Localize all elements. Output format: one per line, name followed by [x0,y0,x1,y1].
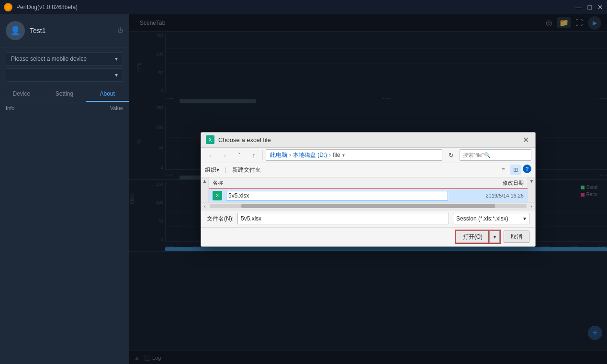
file-input-label: 文件名(N): [207,215,234,223]
search-box[interactable]: 搜索"file" 🔍 [460,149,531,161]
avatar: 👤 [6,21,25,40]
h-scroll-left-button[interactable]: ‹ [201,202,209,210]
file-type-value: Session (*.xls;*.xlsx) [456,215,508,222]
app-title: PerfDog(v1.0.8268beta) [16,4,78,11]
view-list-button[interactable]: ≡ [498,165,508,175]
file-list: 名称 修改日期 X 2019/5/14 16:26 [209,177,528,202]
file-input-area: 文件名(N): 5v5.xlsx Session (*.xls;*.xlsx) … [201,210,535,227]
open-button[interactable]: 打开(O) [456,231,489,243]
file-name-input[interactable] [226,191,448,200]
info-table-header: Info Value [0,102,129,114]
file-date: 2019/5/14 16:26 [452,193,524,199]
nav-up-button[interactable]: ↑ [248,149,259,161]
tab-setting[interactable]: Setting [43,87,86,102]
file-row-xlsx[interactable]: X 2019/5/14 16:26 [209,189,528,202]
info-col-label: Info [6,105,14,111]
cancel-button[interactable]: 取消 [504,231,529,243]
power-button[interactable]: ⏻ [117,27,123,34]
search-icon: 🔍 [484,152,491,158]
file-toolbar: 组织▾ | 新建文件夹 ≡ ⊞ ? [201,163,535,177]
view-details-button[interactable]: ⊞ [510,165,521,175]
chevron-down-icon: ▾ [115,55,118,62]
device-select-label: Please select a mobile device [11,55,87,62]
username: Test1 [30,27,45,34]
device-select[interactable]: Please select a mobile device ▾ [6,52,123,66]
h-scrollbar: ‹ › [201,202,535,210]
file-input-value: 5v5.xlsx [241,215,261,222]
nav-back-button[interactable]: ‹ [205,149,216,161]
nav-forward-button[interactable]: › [219,149,231,161]
main-area: SceneTab ◎ 📁 ⛶ ▶ FPS 150 100 50 0 [129,14,607,364]
h-scroll-track[interactable] [210,204,527,208]
app-logo [4,3,12,11]
search-placeholder: 搜索"file" [463,152,484,159]
breadcrumb-sep2: › [329,152,331,158]
sidebar: 👤 Test1 ⏻ Please select a mobile device … [0,14,129,364]
file-input-box[interactable]: 5v5.xlsx [237,213,449,224]
chevron-down-icon-2: ▾ [115,72,118,78]
minimize-button[interactable]: — [575,3,582,11]
excel-file-icon: X [213,191,222,200]
breadcrumb-folder: file [333,152,340,158]
window-controls: — □ ✕ [575,3,603,11]
breadcrumb-sep1: › [289,152,291,158]
refresh-button[interactable]: ↻ [445,149,457,161]
file-dialog: X Choose a excel file ✕ ‹ › ˅ ↑ 此电脑 › 本地… [201,132,536,247]
organize-button[interactable]: 组织▾ [205,166,219,174]
info-table: Info Value [0,102,129,364]
user-area: 👤 Test1 ⏻ [0,14,129,47]
file-type-select[interactable]: Session (*.xls;*.xlsx) ▾ [453,213,529,224]
h-scroll-right-button[interactable]: › [528,202,535,210]
value-col-label: Value [110,105,123,111]
col-name-header: 名称 [213,179,452,187]
title-bar: PerfDog(v1.0.8268beta) — □ ✕ [0,0,607,14]
tab-about[interactable]: About [86,87,129,102]
sub-device-select[interactable]: ▾ [6,68,123,82]
dialog-close-button[interactable]: ✕ [521,135,530,144]
help-button[interactable]: ? [523,165,531,173]
breadcrumb-computer[interactable]: 此电脑 [270,151,287,159]
toolbar-sep: | [225,166,226,173]
nav-bar: ‹ › ˅ ↑ 此电脑 › 本地磁盘 (D:) › file ▾ ↻ [201,148,535,163]
file-list-header: 名称 修改日期 [209,177,528,189]
close-button[interactable]: ✕ [597,3,603,11]
dialog-titlebar: X Choose a excel file ✕ [201,132,535,148]
tab-device[interactable]: Device [0,87,43,102]
dialog-overlay: X Choose a excel file ✕ ‹ › ˅ ↑ 此电脑 › 本地… [129,14,607,364]
nav-separator [262,150,263,160]
col-date-header: 修改日期 [452,179,524,187]
view-buttons: ≡ ⊞ ? [498,165,531,175]
breadcrumb: 此电脑 › 本地磁盘 (D:) › file ▾ [266,149,442,161]
dialog-icon: X [206,135,214,144]
breadcrumb-disk[interactable]: 本地磁盘 (D:) [293,151,327,159]
maximize-button[interactable]: □ [588,3,592,11]
dialog-title-text: Choose a excel file [218,136,271,143]
app-layout: 👤 Test1 ⏻ Please select a mobile device … [0,14,607,364]
h-scroll-thumb [241,204,495,208]
file-list-container: ▲ 名称 修改日期 X 2019/5/14 16:26 ▼ [201,177,535,202]
new-folder-button[interactable]: 新建文件夹 [232,166,261,174]
scroll-up-button[interactable]: ▲ [201,177,209,202]
nav-dropdown-button[interactable]: ˅ [234,149,245,161]
sidebar-tabs: Device Setting About [0,87,129,102]
scroll-right-button[interactable]: ▼ [528,177,535,202]
action-buttons: 打开(O) ▾ 取消 [201,227,535,246]
open-dropdown-button[interactable]: ▾ [489,231,500,243]
file-type-chevron: ▾ [523,215,526,222]
open-button-group: 打开(O) ▾ [456,231,500,243]
breadcrumb-dropdown[interactable]: ▾ [342,153,345,158]
